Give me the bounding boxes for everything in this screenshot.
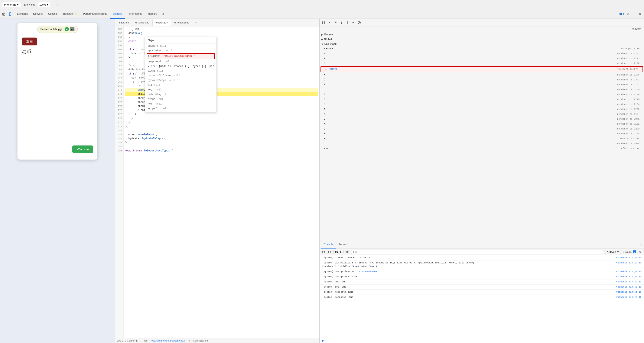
call-stack-item[interactable]: K renderer.ts:2161 [320, 82, 644, 87]
back-button[interactable]: 返回 [22, 38, 37, 46]
tab-renderer-ts[interactable]: renderer.ts [132, 19, 152, 26]
console-filter-input[interactable] [351, 250, 603, 254]
call-stack-item[interactable]: K renderer.ts:2178 [320, 61, 644, 66]
call-stack-item[interactable]: q renderer.ts:2290 [320, 107, 644, 112]
customize-icon[interactable]: ⋮ [632, 12, 636, 16]
log-entry: [system] client: iPhone, IOS 10.10 vcons… [320, 255, 644, 260]
device-selector[interactable]: iPhone SE ▼ [2, 2, 21, 7]
tab-performance-insights[interactable]: Performance insights [80, 10, 110, 19]
log-file-link[interactable]: vconsole.min.js:10 [616, 290, 642, 294]
source-from: (From [142, 339, 148, 342]
log-file-link[interactable]: vconsole.min.js:10 [616, 285, 642, 289]
module-section-header[interactable]: ▶ Module [320, 32, 644, 37]
context-selector[interactable]: top ▼ [333, 250, 344, 254]
log-file-link[interactable]: vconsole.min.js:10 [616, 280, 642, 284]
source-tabs: index.html renderer.ts Teleport.ts ✕ nod… [115, 19, 320, 27]
more-icon[interactable]: ⋮ [56, 3, 60, 7]
coverage-label: Coverage: n/a [193, 339, 208, 342]
close-devtools-icon[interactable]: ✕ [638, 12, 642, 16]
call-stack-item[interactable]: K renderer.ts:2146 [320, 73, 644, 77]
call-stack-item[interactable]: remove nodeOps.ts:16 [320, 46, 644, 51]
deactivate-button[interactable] [357, 21, 362, 25]
tab-memory[interactable]: Memory [145, 10, 160, 19]
log-level-selector[interactable]: All levels ▼ [605, 250, 621, 254]
call-stack-item[interactable]: K renderer.ts:2134 [320, 92, 644, 97]
screenshot-button[interactable]: 📷 [70, 27, 74, 31]
arrow-icon: ▼ [321, 43, 324, 45]
call-stack-item[interactable]: J renderer.ts:2341 [320, 77, 644, 82]
mobile-icon[interactable] [8, 12, 12, 16]
tab-performance-insights-label: Performance insights [83, 12, 107, 15]
step-forward-button[interactable] [351, 21, 356, 25]
log-file-link[interactable]: vconsole.min.js:10 [616, 270, 642, 273]
scope-panel: ▶ Module ▶ Global ▼ Call Stack remove no… [320, 31, 644, 241]
call-stack-item[interactable]: K renderer.ts:2161 [320, 122, 644, 127]
call-stack-item[interactable]: c renderer.ts:1524 [320, 141, 644, 146]
tab-teleport-ts[interactable]: Teleport.ts ✕ [152, 19, 171, 26]
call-stack-item[interactable]: - renderer.ts:378 [320, 136, 644, 141]
vconsole-button[interactable]: vConsole [72, 145, 93, 153]
tab-index-html[interactable]: index.html [116, 19, 132, 26]
log-file-link[interactable]: vconsole.min.js:10 [616, 275, 642, 279]
tab-sources[interactable]: Sources [110, 10, 124, 19]
call-stack-item[interactable]: q renderer.ts:2290 [320, 87, 644, 92]
code-line [125, 145, 318, 149]
tab-performance[interactable]: Performance [125, 10, 145, 19]
call-stack-item-active[interactable]: ◆ remove Teleport.ts:270 [320, 66, 643, 72]
source-file-link[interactable]: vue.runtime.esm-browser.prod.js [152, 339, 186, 342]
global-section-header[interactable]: ▶ Global [320, 37, 644, 42]
call-stack-header[interactable]: ▼ Call Stack [320, 42, 644, 46]
settings-icon[interactable]: ⚙ [626, 12, 630, 16]
step-out-button[interactable] [345, 21, 350, 25]
separator [52, 2, 52, 7]
call-stack-item[interactable]: K renderer.ts:2134 [320, 112, 644, 117]
console-tab-console[interactable]: Console [321, 241, 336, 248]
tab-recorder[interactable]: Recorder ⚡ [60, 10, 80, 19]
log-file-link[interactable]: vconsole.min.js:10 [616, 295, 642, 299]
tab-elements[interactable]: Elements [14, 10, 30, 19]
tab-network[interactable]: Network [31, 10, 45, 19]
resume-button[interactable] [327, 21, 332, 25]
more-tabs-button[interactable]: >> [160, 12, 166, 17]
console-settings-icon[interactable]: ⚙ [638, 250, 642, 254]
console-clear-button[interactable] [321, 250, 326, 254]
code-content[interactable]: { um: doRemove( ) const if (t) target, p… [124, 27, 320, 338]
step-over-button[interactable] [333, 21, 338, 25]
console-tabs: Console Issues ✕ [320, 241, 644, 248]
tab-nodeops-ts[interactable]: nodeOps.ts [172, 19, 192, 26]
eye-icon[interactable] [345, 250, 350, 254]
call-stack-item[interactable]: q renderer.ts:2290 [320, 127, 644, 131]
tab-recorder-label: Recorder ⚡ [63, 12, 78, 15]
console-tab-issues[interactable]: Issues [337, 241, 349, 248]
more-source-tabs[interactable]: >> [192, 20, 199, 25]
call-stack-item[interactable]: K renderer.ts:2134 [320, 131, 644, 136]
code-line: move: moveTeleport, [125, 133, 318, 137]
log-file-link[interactable]: vconsole.min.js:10 [616, 256, 642, 260]
step-into-button[interactable] [339, 21, 344, 25]
tab-renderer-ts-label: renderer.ts [138, 21, 149, 24]
code-area: 255 256 257 258 259 260 261 262 263 264 … [115, 27, 320, 338]
call-stack-item[interactable]: K renderer.ts:2134 [320, 102, 644, 107]
call-stack-item[interactable]: s renderer.ts:2243 [320, 51, 644, 56]
console-block-icon[interactable] [327, 250, 332, 254]
pause-button[interactable] [321, 21, 326, 25]
code-line: } [125, 121, 318, 125]
console-close-button[interactable]: ✕ [640, 242, 642, 247]
zoom-selector[interactable]: 100% ▼ [38, 2, 50, 7]
call-stack-item[interactable]: J renderer.ts:2341 [320, 117, 644, 122]
console-expand-button[interactable]: ▶ [320, 338, 644, 343]
log-file-link[interactable]: vconsole.min.js:10 [616, 261, 642, 265]
line-numbers: 255 256 257 258 259 260 261 262 263 264 … [115, 27, 124, 338]
call-stack-item[interactable]: z renderer.ts:2243 [320, 56, 644, 61]
phone-preview-panel: Paused in debugger 📷 返回 港币 vConsole [0, 19, 115, 343]
resume-button[interactable] [64, 27, 69, 31]
tab-console[interactable]: Console [46, 10, 60, 19]
log-entry: [system] navigation: 52ms vconsole.min.j… [320, 274, 644, 279]
source-panel: index.html renderer.ts Teleport.ts ✕ nod… [115, 19, 320, 343]
right-panel: Window ▶ Module ▶ Global ▼ Call Stack [320, 19, 644, 343]
call-stack-item[interactable]: q renderer.ts:2290 [320, 97, 644, 102]
devtools-panel-icon[interactable] [2, 12, 6, 16]
tooltip-children-row: children: "@slot 输入框前置内容 " [147, 53, 215, 59]
close-tab-teleport[interactable]: ✕ [167, 22, 168, 24]
call-stack-item[interactable]: run effect.ts:118 [320, 146, 644, 151]
